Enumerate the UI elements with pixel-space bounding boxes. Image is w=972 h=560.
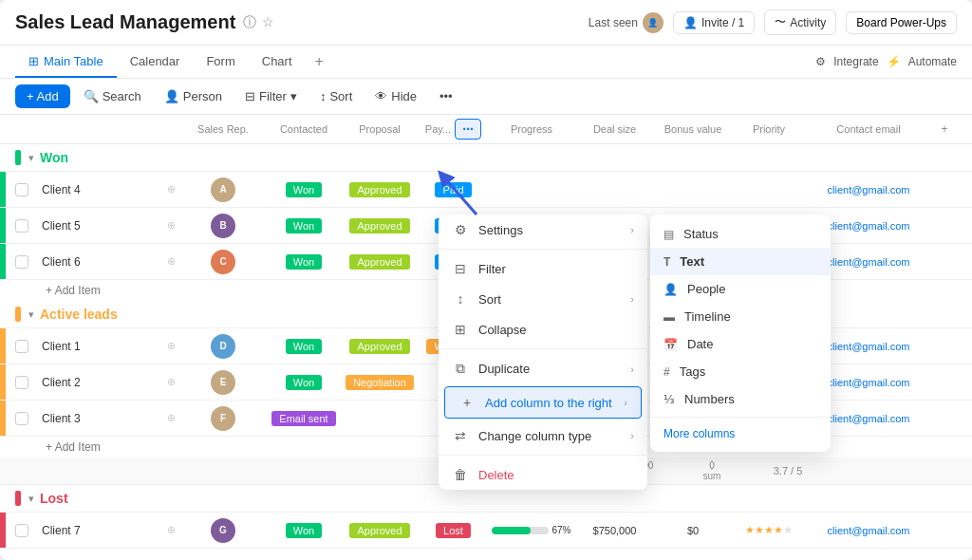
timeline-icon: ▬	[664, 310, 675, 324]
client-name: Client 2	[42, 376, 81, 389]
search-icon: 🔍	[84, 89, 99, 103]
status-tag: Won	[286, 254, 322, 270]
integrate-button[interactable]: Integrate	[833, 55, 878, 68]
menu-item-sort[interactable]: ↕ Sort ›	[439, 284, 647, 314]
group-won-header[interactable]: ▾ Won	[0, 144, 972, 172]
row-checkbox[interactable]	[15, 524, 28, 537]
more-options-button[interactable]: •••	[430, 84, 462, 108]
col-header-priority: Priority	[731, 123, 807, 135]
sub-menu-item-people[interactable]: 👤 People	[650, 275, 831, 303]
row-checkbox[interactable]	[15, 340, 28, 353]
email-link[interactable]: client@gmail.com	[828, 184, 910, 196]
app-title: Sales Lead Management	[15, 11, 235, 33]
row-checkbox[interactable]	[15, 255, 28, 269]
row-checkbox[interactable]	[15, 376, 28, 389]
proposal-tag: Approved	[349, 218, 409, 233]
sub-menu-more-columns[interactable]: More columns	[650, 421, 831, 446]
row-checkbox[interactable]	[15, 219, 28, 233]
email-link[interactable]: client@gmail.com	[828, 256, 910, 268]
automate-button[interactable]: Automate	[908, 55, 957, 68]
add-column-icon: +	[458, 395, 476, 410]
menu-item-change-column-type[interactable]: ⇄ Change column type ›	[439, 420, 647, 451]
proposal-tag: Negotiation	[346, 375, 414, 390]
context-menu[interactable]: ⚙ Settings › ⊟ Filter ↕ Sort › ⊞ Collaps…	[439, 215, 647, 490]
menu-arrow-icon: ›	[630, 430, 634, 441]
proposal-tag: Approved	[349, 254, 409, 270]
column-options-button[interactable]: ···	[455, 119, 481, 140]
add-column-button[interactable]: +	[930, 122, 959, 136]
sub-menu-item-date[interactable]: 📅 Date	[650, 330, 831, 358]
group-active-toggle[interactable]: ▾	[28, 308, 34, 321]
menu-item-duplicate[interactable]: ⧉ Duplicate ›	[439, 353, 647, 384]
star-rating: ★★★★★	[745, 524, 793, 536]
client-name: Client 6	[42, 255, 81, 269]
summary-bonus: 0	[709, 460, 715, 471]
sub-menu-item-timeline[interactable]: ▬ Timeline	[650, 303, 831, 330]
last-seen-text: Last seen 👤	[589, 12, 664, 33]
table-icon: ⊞	[28, 54, 39, 68]
filter-menu-icon: ⊟	[452, 261, 469, 276]
group-lost-toggle[interactable]: ▾	[28, 493, 34, 505]
menu-item-add-column[interactable]: + Add column to the right ›	[444, 386, 642, 419]
row-checkbox[interactable]	[15, 412, 28, 425]
email-link[interactable]: client@gmail.com	[828, 525, 910, 536]
invite-button[interactable]: 👤 Invite / 1	[673, 11, 755, 34]
payment-tag: Paid	[435, 182, 471, 197]
menu-item-filter[interactable]: ⊟ Filter	[439, 253, 647, 284]
add-button[interactable]: + Add	[15, 84, 70, 108]
col-header-deal-size: Deal size	[574, 123, 655, 135]
text-icon: T	[664, 255, 670, 269]
client-name: Client 4	[42, 183, 81, 196]
table-row: Client 4 ⊕ A Won Approved Paid client@gm…	[0, 172, 972, 208]
tab-chart[interactable]: Chart	[249, 47, 306, 78]
sub-menu-item-numbers[interactable]: ⅓ Numbers	[650, 385, 831, 413]
board-powerups-button[interactable]: Board Power-Ups	[846, 11, 957, 34]
sort-button[interactable]: ↕ Sort	[310, 84, 362, 108]
col-header-email: Contact email	[807, 123, 930, 135]
tab-main-table[interactable]: ⊞ Main Table	[15, 47, 117, 78]
star-icon[interactable]: ☆	[262, 14, 274, 31]
proposal-tag: Approved	[349, 523, 409, 538]
col-header-contacted: Contacted	[266, 123, 342, 135]
client-name: Client 3	[42, 412, 81, 425]
settings-icon: ⚙	[452, 222, 469, 237]
filter-icon: ⊟	[245, 89, 255, 103]
col-header-proposal: Proposal	[342, 123, 418, 135]
duplicate-icon: ⧉	[452, 361, 469, 377]
date-icon: 📅	[664, 338, 678, 351]
group-won-toggle[interactable]: ▾	[28, 152, 34, 164]
row-checkbox[interactable]	[15, 183, 28, 196]
numbers-icon: ⅓	[664, 393, 675, 406]
add-tab-button[interactable]: +	[306, 46, 333, 78]
hide-button[interactable]: 👁 Hide	[365, 84, 426, 108]
sub-menu-item-status[interactable]: ▤ Status	[650, 220, 831, 248]
user-avatar: 👤	[643, 12, 664, 33]
filter-button[interactable]: ⊟ Filter ▾	[235, 84, 307, 108]
email-link[interactable]: client@gmail.com	[828, 377, 910, 388]
sub-menu-item-text[interactable]: T Text	[650, 248, 831, 275]
avatar: D	[211, 334, 235, 359]
avatar: E	[211, 370, 235, 395]
person-filter-button[interactable]: 👤 Person	[155, 84, 232, 108]
avatar: G	[211, 518, 235, 543]
sub-menu-add-column[interactable]: ▤ Status T Text 👤 People ▬ Timeline 📅	[650, 215, 831, 452]
sub-menu-item-tags[interactable]: # Tags	[650, 358, 831, 385]
email-link[interactable]: client@gmail.com	[828, 413, 910, 424]
tab-form[interactable]: Form	[193, 47, 248, 78]
client-name: Client 1	[42, 340, 81, 353]
col-header-bonus: Bonus value	[655, 123, 731, 135]
menu-item-settings[interactable]: ⚙ Settings ›	[439, 215, 647, 245]
menu-item-collapse[interactable]: ⊞ Collapse	[439, 314, 647, 345]
email-link[interactable]: client@gmail.com	[828, 341, 910, 352]
menu-item-delete[interactable]: 🗑 Delete	[439, 459, 647, 490]
client-name: Client 5	[42, 219, 81, 233]
email-link[interactable]: client@gmail.com	[828, 220, 910, 232]
status-tag: Won	[286, 339, 322, 354]
activity-button[interactable]: 〜 Activity	[764, 9, 836, 35]
client-name: Client 7	[42, 524, 81, 537]
people-icon: 👤	[664, 283, 678, 296]
tab-calendar[interactable]: Calendar	[117, 47, 194, 78]
menu-arrow-icon: ›	[630, 224, 634, 235]
search-button[interactable]: 🔍 Search	[74, 84, 151, 108]
menu-arrow-icon: ›	[630, 293, 634, 305]
